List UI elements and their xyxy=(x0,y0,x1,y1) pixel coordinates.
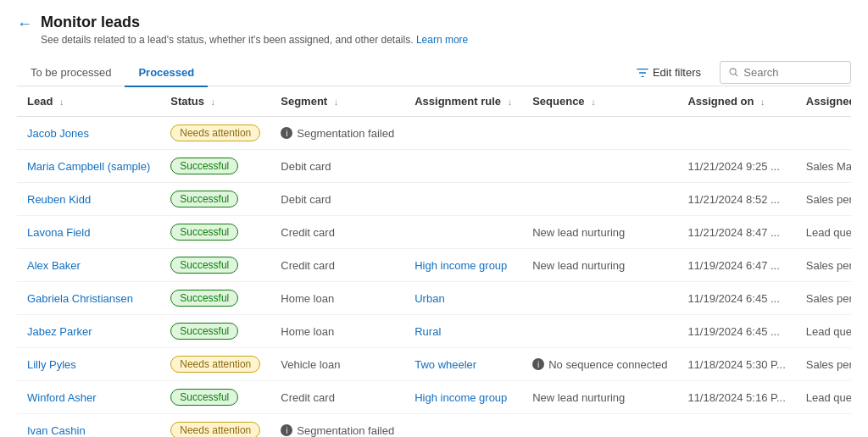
col-sequence[interactable]: Sequence ↓ xyxy=(522,86,677,117)
cell-segment: Debit card xyxy=(270,183,404,216)
page-header: ← Monitor leads See details related to a… xyxy=(17,14,851,46)
sort-arrow-sequence: ↓ xyxy=(591,97,596,107)
cell-assigned-on: 11/19/2024 6:45 ... xyxy=(677,282,795,315)
status-badge: Needs attention xyxy=(170,422,260,437)
cell-sequence xyxy=(522,183,677,216)
sort-arrow-lead: ↓ xyxy=(59,97,64,107)
col-lead[interactable]: Lead ↓ xyxy=(17,86,160,117)
cell-sequence: iNo sequence connected xyxy=(522,348,677,381)
cell-status: Successful xyxy=(160,249,270,282)
lead-link[interactable]: Jabez Parker xyxy=(27,325,92,338)
table-row: Maria Campbell (sample)SuccessfulDebit c… xyxy=(17,150,851,183)
tab-to-be-processed[interactable]: To be processed xyxy=(17,59,125,86)
lead-link[interactable]: Jacob Jones xyxy=(27,127,89,140)
cell-assigned-on: 11/21/2024 9:25 ... xyxy=(677,150,795,183)
cell-sequence: New lead nurturing xyxy=(522,249,677,282)
cell-segment: Credit card xyxy=(270,216,404,249)
lead-link[interactable]: Reuben Kidd xyxy=(27,193,91,206)
no-sequence: iNo sequence connected xyxy=(532,358,667,371)
cell-assignment-rule xyxy=(404,216,522,249)
cell-sequence: New lead nurturing xyxy=(522,216,677,249)
lead-link[interactable]: Lavona Field xyxy=(27,226,90,239)
status-badge: Successful xyxy=(170,389,238,406)
lead-link[interactable]: Gabriela Christiansen xyxy=(27,292,133,305)
toolbar-right: Edit filters xyxy=(628,61,851,84)
cell-assigned-on: 11/21/2024 8:47 ... xyxy=(677,216,795,249)
cell-status: Successful xyxy=(160,183,270,216)
cell-assigned-on: 11/18/2024 5:30 P... xyxy=(677,348,795,381)
col-status[interactable]: Status ↓ xyxy=(160,86,270,117)
cell-segment: Vehicle loan xyxy=(270,348,404,381)
cell-assigned-to xyxy=(796,117,851,150)
sort-arrow-assignment: ↓ xyxy=(508,97,513,107)
seg-failed-icon: i xyxy=(281,127,292,139)
leads-table-wrap: Lead ↓ Status ↓ Segment ↓ Assignment rul… xyxy=(17,86,851,437)
learn-more-link[interactable]: Learn more xyxy=(416,34,468,46)
table-row: Winford AsherSuccessfulCredit cardHigh i… xyxy=(17,381,851,414)
sort-arrow-segment: ↓ xyxy=(334,97,339,107)
tab-processed[interactable]: Processed xyxy=(125,59,208,86)
tab-bar: To be processed Processed xyxy=(17,59,208,86)
cell-status: Successful xyxy=(160,315,270,348)
page-title: Monitor leads xyxy=(41,14,468,31)
cell-lead: Jabez Parker xyxy=(17,315,160,348)
cell-assigned-to: Sales person role team xyxy=(796,348,851,381)
edit-filters-button[interactable]: Edit filters xyxy=(628,61,709,84)
cell-assigned-on: 11/19/2024 6:47 ... xyxy=(677,249,795,282)
search-input[interactable] xyxy=(743,66,842,79)
cell-assignment-rule xyxy=(404,183,522,216)
lead-link[interactable]: Maria Campbell (sample) xyxy=(27,160,150,173)
cell-assigned-to: Lead queue xyxy=(796,315,851,348)
cell-lead: Reuben Kidd xyxy=(17,183,160,216)
search-icon xyxy=(729,67,738,78)
table-row: Reuben KiddSuccessfulDebit card11/21/202… xyxy=(17,183,851,216)
lead-link[interactable]: Alex Baker xyxy=(27,259,81,272)
segmentation-failed: iSegmentation failed xyxy=(281,424,394,437)
col-assigned-on[interactable]: Assigned on ↓ xyxy=(677,86,795,117)
cell-sequence xyxy=(522,282,677,315)
cell-assigned-to: Sales person role team xyxy=(796,183,851,216)
cell-assigned-to xyxy=(796,414,851,438)
table-header-row: Lead ↓ Status ↓ Segment ↓ Assignment rul… xyxy=(17,86,851,117)
cell-lead: Alex Baker xyxy=(17,249,160,282)
title-area: Monitor leads See details related to a l… xyxy=(41,14,468,46)
toolbar: To be processed Processed Edit filters xyxy=(17,59,851,86)
cell-sequence xyxy=(522,117,677,150)
cell-assigned-to: Sales Manager role te... xyxy=(796,150,851,183)
status-badge: Successful xyxy=(170,323,238,340)
page-subtitle: See details related to a lead's status, … xyxy=(41,34,468,46)
cell-segment: Home loan xyxy=(270,315,404,348)
cell-lead: Maria Campbell (sample) xyxy=(17,150,160,183)
lead-link[interactable]: Winford Asher xyxy=(27,391,97,404)
col-assigned-to[interactable]: Assigned to ↓ xyxy=(796,86,851,117)
cell-status: Successful xyxy=(160,381,270,414)
cell-assigned-to: Sales person role team xyxy=(796,249,851,282)
col-assignment-rule[interactable]: Assignment rule ↓ xyxy=(404,86,522,117)
cell-segment: iSegmentation failed xyxy=(270,117,404,150)
back-button[interactable]: ← xyxy=(17,14,32,33)
lead-link[interactable]: Lilly Pyles xyxy=(27,358,76,371)
cell-assignment-rule: Rural xyxy=(404,315,522,348)
table-row: Lavona FieldSuccessfulCredit cardNew lea… xyxy=(17,216,851,249)
cell-status: Successful xyxy=(160,216,270,249)
cell-lead: Lavona Field xyxy=(17,216,160,249)
info-icon: i xyxy=(532,358,544,370)
page-container: ← Monitor leads See details related to a… xyxy=(0,0,868,437)
table-row: Ivan CashinNeeds attentioniSegmentation … xyxy=(17,414,851,438)
cell-assigned-on: 11/21/2024 8:52 ... xyxy=(677,183,795,216)
cell-assignment-rule xyxy=(404,414,522,438)
col-segment[interactable]: Segment ↓ xyxy=(270,86,404,117)
cell-assignment-rule xyxy=(404,150,522,183)
cell-status: Successful xyxy=(160,282,270,315)
lead-link[interactable]: Ivan Cashin xyxy=(27,424,86,437)
cell-assigned-on xyxy=(677,117,795,150)
segmentation-failed: iSegmentation failed xyxy=(281,127,394,140)
status-badge: Needs attention xyxy=(170,124,260,141)
table-row: Lilly PylesNeeds attentionVehicle loanTw… xyxy=(17,348,851,381)
status-badge: Successful xyxy=(170,257,238,274)
cell-assignment-rule: High income group xyxy=(404,381,522,414)
cell-assigned-on: 11/19/2024 6:45 ... xyxy=(677,315,795,348)
cell-lead: Winford Asher xyxy=(17,381,160,414)
cell-assigned-to: Lead queue xyxy=(796,381,851,414)
status-badge: Needs attention xyxy=(170,356,260,373)
